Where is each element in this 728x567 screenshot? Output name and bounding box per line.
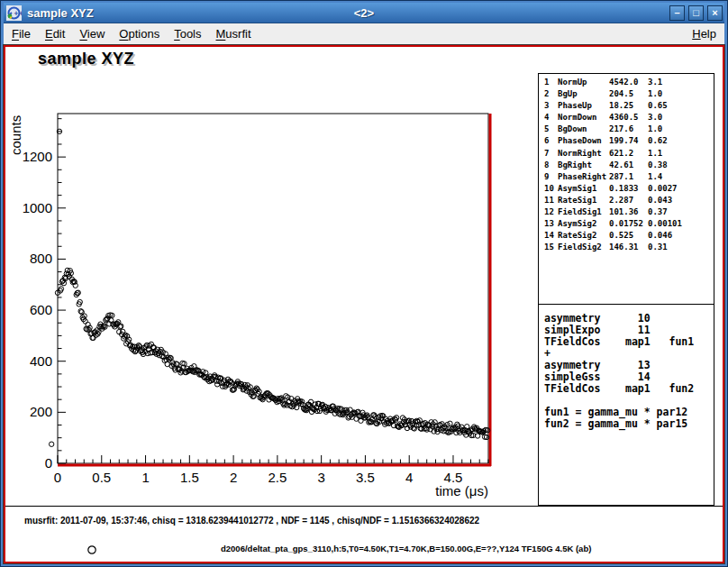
root-app-icon: ++ bbox=[6, 5, 22, 21]
menu-item-view[interactable]: View bbox=[73, 25, 111, 42]
param-row: 5BgDown217.61.0 bbox=[539, 124, 714, 136]
fit-info-line: musrfit: 2011-07-09, 15:37:46, chisq = 1… bbox=[24, 516, 479, 526]
param-row: 7NormRight621.21.1 bbox=[539, 149, 714, 160]
x-tick-label: 2 bbox=[230, 470, 237, 485]
svg-text:++: ++ bbox=[14, 10, 22, 17]
y-tick-label: 400 bbox=[30, 353, 52, 369]
window-title: sample XYZ bbox=[27, 6, 94, 20]
x-tick-label: 3.5 bbox=[356, 470, 375, 485]
y-tick-label: 600 bbox=[30, 302, 52, 317]
x-tick-label: 0.5 bbox=[92, 470, 111, 485]
param-row: 11RateSig12.2870.043 bbox=[539, 196, 714, 207]
param-row: 1NormUp4542.03.1 bbox=[539, 78, 714, 89]
menu-item-options[interactable]: Options bbox=[113, 25, 166, 42]
title-bar[interactable]: ++ sample XYZ <2> –□× bbox=[4, 3, 724, 23]
plot-frame bbox=[58, 114, 488, 463]
y-tick-label: 1000 bbox=[23, 200, 52, 215]
app-window: ++ sample XYZ <2> –□× FileEditViewOption… bbox=[0, 0, 728, 567]
param-row: 10AsymSig10.18330.0027 bbox=[539, 184, 714, 196]
window-buttons: –□× bbox=[669, 5, 723, 21]
window-badge: <2> bbox=[4, 6, 724, 20]
x-tick-label: 3 bbox=[317, 470, 324, 485]
x-tick-label: 2.5 bbox=[268, 470, 287, 485]
param-row: 9PhaseRight287.11.4 bbox=[539, 172, 714, 184]
param-row: 12FieldSig1101.360.37 bbox=[539, 207, 714, 219]
x-tick-label: 1 bbox=[141, 470, 149, 485]
data-marker-icon bbox=[86, 543, 97, 559]
menu-bar: FileEditViewOptionsToolsMusrfit Help bbox=[4, 23, 724, 45]
run-info-line: d2006/deltat_pta_gps_3110,h:5,T0=4.50K,T… bbox=[5, 542, 723, 556]
menu-item-musrfit[interactable]: Musrfit bbox=[210, 25, 258, 42]
maximize-button[interactable]: □ bbox=[688, 5, 704, 21]
theory-pad[interactable]: asymmetry 10 simplExpo 11 TFieldCos map1… bbox=[538, 304, 714, 506]
x-axis-title: time (μs) bbox=[435, 483, 488, 498]
y-tick-label: 0 bbox=[45, 455, 52, 471]
param-row: 8BgRight42.610.38 bbox=[539, 160, 714, 172]
minimize-button[interactable]: – bbox=[669, 5, 685, 21]
menu-item-tools[interactable]: Tools bbox=[168, 25, 207, 42]
param-row: 3PhaseUp18.250.65 bbox=[539, 101, 714, 113]
theory-text: asymmetry 10 simplExpo 11 TFieldCos map1… bbox=[544, 313, 714, 430]
menu-item-edit[interactable]: Edit bbox=[39, 25, 71, 42]
run-title-text: d2006/deltat_pta_gps_3110,h:5,T0=4.50K,T… bbox=[221, 544, 591, 553]
param-row: 15FieldSig2146.310.31 bbox=[539, 242, 714, 254]
param-row: 4NormDown4360.53.0 bbox=[539, 113, 714, 124]
x-tick-label: 0 bbox=[54, 470, 61, 485]
param-row: 6PhaseDown199.740.62 bbox=[539, 136, 714, 148]
param-row: 2BgUp204.51.0 bbox=[539, 89, 714, 101]
param-row: 14RateSig20.5250.046 bbox=[539, 231, 714, 242]
close-button[interactable]: × bbox=[707, 5, 723, 21]
info-pad-divider bbox=[5, 506, 723, 507]
menu-item-file[interactable]: File bbox=[5, 25, 37, 42]
x-tick-label: 4 bbox=[405, 470, 413, 485]
menu-item-help[interactable]: Help bbox=[684, 25, 724, 42]
x-tick-label: 1.5 bbox=[180, 470, 199, 485]
y-tick-label: 200 bbox=[30, 404, 52, 419]
fit-parameter-pad[interactable]: 1NormUp4542.03.12BgUp204.51.03PhaseUp18.… bbox=[538, 73, 714, 305]
menu-items: FileEditViewOptionsToolsMusrfit bbox=[4, 25, 258, 42]
y-axis-title: counts bbox=[8, 115, 23, 155]
y-tick-label: 800 bbox=[30, 251, 52, 266]
data-point bbox=[49, 442, 53, 446]
param-row: 13AsymSig20.017520.00101 bbox=[539, 219, 714, 231]
root-canvas[interactable]: sample XYZ 00.511.522.533.544.5020040060… bbox=[4, 45, 724, 563]
y-tick-label: 1200 bbox=[23, 149, 52, 164]
